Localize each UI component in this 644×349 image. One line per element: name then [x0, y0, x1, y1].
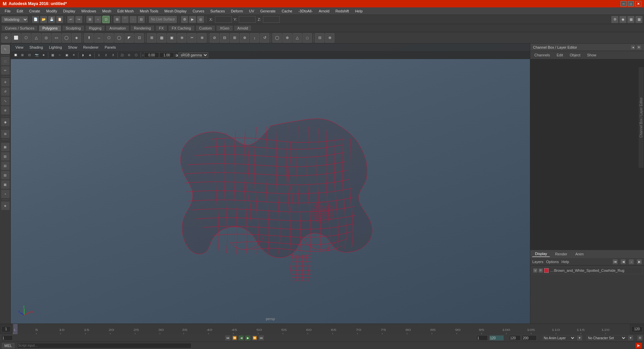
- move-tool-btn[interactable]: ✛: [1, 78, 10, 87]
- layer-color-swatch[interactable]: [544, 268, 549, 273]
- no-live-surface-btn[interactable]: No Live Surface: [149, 16, 177, 23]
- menu-mesh-tools[interactable]: Mesh Tools: [137, 8, 161, 14]
- cb-tab-channels[interactable]: Channels: [533, 52, 551, 58]
- anim-next-frame[interactable]: ▶: [637, 259, 642, 264]
- vp-offset-input[interactable]: [144, 52, 159, 58]
- z-input[interactable]: [263, 16, 280, 23]
- vp-menu-show[interactable]: Show: [65, 45, 80, 50]
- insert-edge[interactable]: ▦: [157, 33, 166, 43]
- render-qual5[interactable]: ▪: [1, 190, 10, 198]
- menu-modify[interactable]: Modify: [44, 8, 60, 14]
- open-scene-button[interactable]: 📂: [40, 16, 47, 23]
- title-bar-controls[interactable]: ─ □ ✕: [621, 1, 641, 6]
- snap-grid[interactable]: ⊞: [113, 16, 121, 23]
- menu-uv[interactable]: UV: [246, 8, 257, 14]
- connect-components[interactable]: ⊕: [177, 33, 186, 43]
- vp-res1[interactable]: 1: [96, 52, 102, 58]
- menu-deform[interactable]: Deform: [228, 8, 246, 14]
- menu-file[interactable]: File: [2, 8, 13, 14]
- menu-mesh[interactable]: Mesh: [100, 8, 114, 14]
- close-button[interactable]: ✕: [635, 1, 641, 6]
- menu-edit-mesh[interactable]: Edit Mesh: [115, 8, 137, 14]
- select-by-component[interactable]: ⊡: [102, 16, 110, 23]
- play-fwd-end-button[interactable]: ⏭: [259, 335, 264, 341]
- cb-tab-object[interactable]: Object: [568, 52, 582, 58]
- tab-fx-caching[interactable]: FX Caching: [168, 25, 195, 31]
- flip-triangles[interactable]: ↕: [250, 33, 259, 43]
- anim-prev-frame[interactable]: ◀: [621, 259, 626, 264]
- vp-shadows[interactable]: ◗: [79, 52, 86, 58]
- menu-redshift[interactable]: Redshift: [333, 8, 352, 14]
- cb-tab-edit[interactable]: Edit: [555, 52, 564, 58]
- vp-select-camera[interactable]: 📷: [33, 52, 40, 58]
- cylinder-tool[interactable]: ⬡: [21, 33, 31, 43]
- snap-point[interactable]: ·: [129, 16, 137, 23]
- smooth-mesh[interactable]: ◯: [272, 33, 282, 43]
- select-by-object[interactable]: ○: [94, 16, 102, 23]
- multi-cut[interactable]: ✂: [187, 33, 197, 43]
- render-qual3[interactable]: ▧: [1, 171, 10, 180]
- render-qual4[interactable]: ▩: [1, 180, 10, 189]
- scale-tool-btn[interactable]: ⤡: [1, 97, 10, 105]
- split-poly[interactable]: ⊞: [147, 33, 156, 43]
- spin-edge[interactable]: ↺: [260, 33, 269, 43]
- lr-tab-render[interactable]: Render: [552, 251, 570, 257]
- cone-tool[interactable]: △: [32, 33, 41, 43]
- select-by-hierarchy[interactable]: ⊞: [86, 16, 94, 23]
- menu-mesh-display[interactable]: Mesh Display: [162, 8, 189, 14]
- vp-lighting[interactable]: ☀: [70, 52, 77, 58]
- vp-gamma-input[interactable]: [159, 52, 174, 58]
- vp-bookmark[interactable]: ★: [40, 52, 47, 58]
- vp-frame-all[interactable]: ⊞: [19, 52, 26, 58]
- universal-tool-btn[interactable]: ⊕: [1, 106, 10, 115]
- render-settings[interactable]: ⚙: [181, 16, 188, 23]
- rotate-tool-btn[interactable]: ↺: [1, 87, 10, 96]
- menu-help[interactable]: Help: [352, 8, 365, 14]
- new-scene-button[interactable]: 📄: [32, 16, 39, 23]
- tab-curves-surfaces[interactable]: Curves / Surfaces: [1, 25, 38, 31]
- help-ctrl[interactable]: Help: [561, 260, 569, 264]
- bevel-tool[interactable]: ⊘: [210, 33, 219, 43]
- mirror-cut[interactable]: ⊟: [315, 33, 324, 43]
- render-qual2[interactable]: ▤: [1, 161, 10, 170]
- vp-iso[interactable]: ⬡: [133, 52, 140, 58]
- vp-camera-tool[interactable]: 🎥: [119, 52, 125, 58]
- disc-tool[interactable]: ◯: [62, 33, 71, 43]
- menu-windows[interactable]: Windows: [78, 8, 99, 14]
- anim-layer-dropdown[interactable]: No Anim Layer: [542, 335, 576, 341]
- average-vertices[interactable]: ⊕: [282, 33, 292, 43]
- select-tool-btn[interactable]: ↖: [1, 45, 10, 54]
- timeline-range-end-main[interactable]: [631, 326, 643, 332]
- lr-tab-anim[interactable]: Anim: [573, 251, 586, 257]
- vp-menu-renderer[interactable]: Renderer: [80, 45, 101, 50]
- menu-create[interactable]: Create: [26, 8, 43, 14]
- vp-wireframe[interactable]: ▦: [49, 52, 56, 58]
- tab-fx[interactable]: FX: [155, 25, 167, 31]
- bottom-btn1[interactable]: ◈: [1, 201, 10, 210]
- script-run-button[interactable]: ▶: [635, 343, 642, 349]
- layer-visibility[interactable]: V: [533, 268, 537, 272]
- vp-res2[interactable]: 2: [103, 52, 109, 58]
- tab-rigging[interactable]: Rigging: [85, 25, 105, 31]
- timeline-range-start[interactable]: [1, 326, 11, 332]
- vp-colorspace-dropdown[interactable]: sRGB gamma: [178, 52, 208, 58]
- soft-select-btn[interactable]: ◉: [1, 118, 10, 127]
- menu-3dtoa[interactable]: -3DtoAll-: [296, 8, 315, 14]
- quadrangulate[interactable]: □: [303, 33, 312, 43]
- current-frame-input[interactable]: [1, 335, 13, 341]
- anim-layer-settings[interactable]: ▼: [577, 335, 582, 341]
- panel-icon1[interactable]: ▦: [627, 16, 635, 23]
- x-input[interactable]: [215, 16, 232, 23]
- lr-tab-display[interactable]: Display: [532, 251, 550, 257]
- anim-prev-key[interactable]: ⏮: [612, 259, 618, 264]
- panel-icon2[interactable]: ▦: [635, 16, 643, 23]
- menu-arnold[interactable]: Arnold: [316, 8, 332, 14]
- vp-menu-view[interactable]: View: [13, 45, 26, 50]
- anim-range-start[interactable]: [476, 335, 488, 341]
- char-set-dropdown[interactable]: No Character Set: [586, 335, 627, 341]
- duplicate-face[interactable]: ⊡: [135, 33, 144, 43]
- menu-edit[interactable]: Edit: [14, 8, 26, 14]
- anim-add-key[interactable]: ⬦: [629, 259, 634, 264]
- fill-hole[interactable]: ◯: [114, 33, 124, 43]
- cb-tab-show[interactable]: Show: [586, 52, 598, 58]
